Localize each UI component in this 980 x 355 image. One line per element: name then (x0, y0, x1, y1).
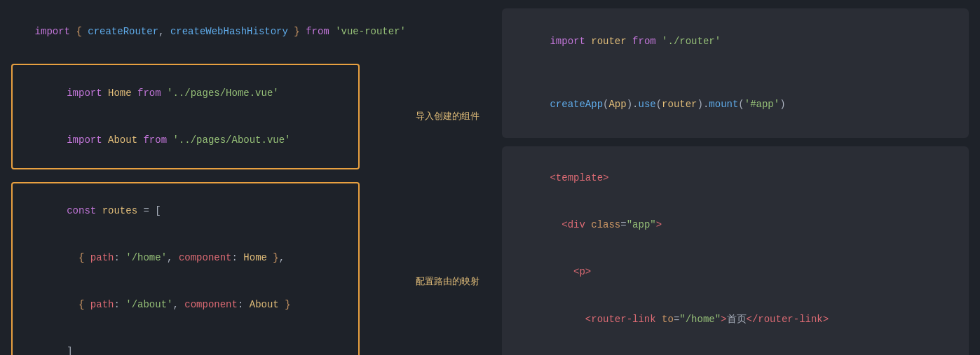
top-import-line: import { createRouter, createWebHashHist… (11, 8, 479, 55)
right-blank-line (515, 65, 956, 81)
left-panel: import { createRouter, createWebHashHist… (0, 0, 491, 355)
routes-box: const routes = [ { path: '/home', compon… (11, 182, 360, 355)
annotation-import: 导入创建的组件 (416, 110, 479, 123)
create-app-line: createApp(App).use(router).mount('#app') (515, 81, 956, 128)
routes-close: ] (20, 328, 351, 355)
template-open: <template> (515, 155, 956, 202)
annotation-routes: 配置路由的映射 (416, 275, 479, 288)
create-app-block: import router from './router' createApp(… (502, 8, 969, 138)
route-about: { path: '/about', component: About } (20, 281, 351, 328)
import-section: import Home from '../pages/Home.vue' imp… (11, 60, 479, 173)
template-block: <template> <div class="app"> <p> <router… (502, 146, 969, 355)
right-import-line: import router from './router' (515, 18, 956, 65)
p-open: <p> (515, 249, 956, 295)
right-panel: import router from './router' createApp(… (491, 0, 980, 355)
router-link-home: <router-link to="/home">首页</router-link> (515, 295, 956, 342)
router-link-about: <router-link to="/about">关于</router-link… (515, 342, 956, 355)
import-box: import Home from '../pages/Home.vue' imp… (11, 64, 360, 169)
import-about-line: import About from '../pages/About.vue' (20, 116, 351, 163)
div-open: <div class="app"> (515, 202, 956, 249)
routes-section: const routes = [ { path: '/home', compon… (11, 178, 479, 355)
import-home-line: import Home from '../pages/Home.vue' (20, 69, 351, 116)
route-home: { path: '/home', component: Home }, (20, 235, 351, 281)
routes-open: const routes = [ (20, 188, 351, 235)
